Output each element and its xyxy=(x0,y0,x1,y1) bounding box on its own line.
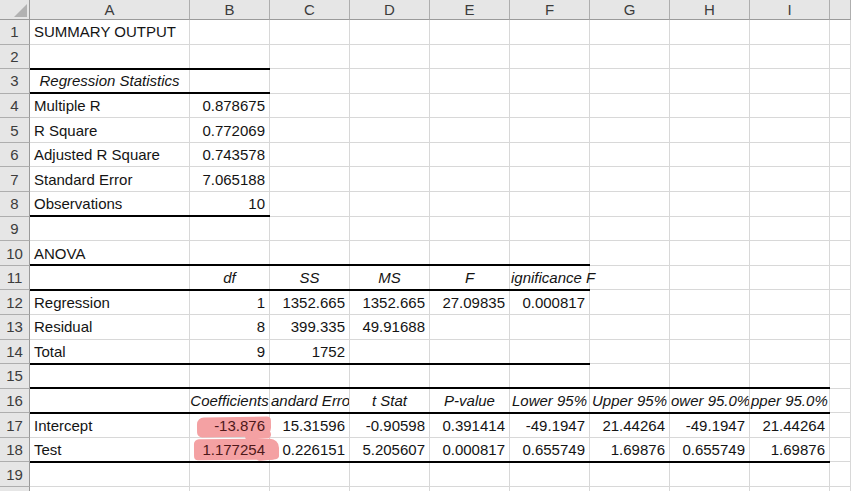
cell-C18[interactable]: 0.226151 xyxy=(270,438,350,463)
row-header-extra[interactable] xyxy=(0,487,30,491)
cell-E19[interactable] xyxy=(430,462,510,487)
cell-G12[interactable] xyxy=(590,290,670,315)
cell-A19[interactable] xyxy=(30,462,190,487)
cell-B3[interactable] xyxy=(190,69,270,94)
cell-D6[interactable] xyxy=(350,143,430,168)
row-header-10[interactable]: 10 xyxy=(0,241,30,266)
cell-H4[interactable] xyxy=(670,94,750,119)
row-header-15[interactable]: 15 xyxy=(0,364,30,389)
cell-C20[interactable] xyxy=(270,487,350,491)
cell-F15[interactable] xyxy=(510,364,590,389)
cell-extra14[interactable] xyxy=(830,340,851,365)
cell-G2[interactable] xyxy=(590,45,670,70)
cell-A9[interactable] xyxy=(30,217,190,242)
cell-C4[interactable] xyxy=(270,94,350,119)
cell-A15[interactable] xyxy=(30,364,190,389)
cell-extra6[interactable] xyxy=(830,143,851,168)
cell-H2[interactable] xyxy=(670,45,750,70)
cell-H14[interactable] xyxy=(670,340,750,365)
cell-A5[interactable]: R Square xyxy=(30,118,190,143)
cell-B12[interactable]: 1 xyxy=(190,290,270,315)
cell-D12[interactable]: 1352.665 xyxy=(350,290,430,315)
cell-H12[interactable] xyxy=(670,290,750,315)
cell-G4[interactable] xyxy=(590,94,670,119)
cell-D10[interactable] xyxy=(350,241,430,266)
cell-G1[interactable] xyxy=(590,20,670,45)
cell-G19[interactable] xyxy=(590,462,670,487)
cell-D7[interactable] xyxy=(350,167,430,192)
cell-H7[interactable] xyxy=(670,167,750,192)
cell-D13[interactable]: 49.91688 xyxy=(350,315,430,340)
cell-G18[interactable]: 1.69876 xyxy=(590,438,670,463)
cell-B4[interactable]: 0.878675 xyxy=(190,94,270,119)
cell-extra8[interactable] xyxy=(830,192,851,217)
row-header-2[interactable]: 2 xyxy=(0,45,30,70)
column-header-I[interactable]: I xyxy=(750,0,830,20)
cell-G15[interactable] xyxy=(590,364,670,389)
cell-D5[interactable] xyxy=(350,118,430,143)
cell-C2[interactable] xyxy=(270,45,350,70)
cell-B1[interactable] xyxy=(190,20,270,45)
cell-E4[interactable] xyxy=(430,94,510,119)
column-header-A[interactable]: A xyxy=(30,0,190,20)
cell-I17[interactable]: 21.44264 xyxy=(750,413,830,438)
cell-E18[interactable]: 0.000817 xyxy=(430,438,510,463)
cell-G14[interactable] xyxy=(590,340,670,365)
cell-D9[interactable] xyxy=(350,217,430,242)
cell-B5[interactable]: 0.772069 xyxy=(190,118,270,143)
cell-A4[interactable]: Multiple R xyxy=(30,94,190,119)
cell-extra20[interactable] xyxy=(830,487,851,491)
cell-A17[interactable]: Intercept xyxy=(30,413,190,438)
cell-B13[interactable]: 8 xyxy=(190,315,270,340)
cell-B6[interactable]: 0.743578 xyxy=(190,143,270,168)
cell-C8[interactable] xyxy=(270,192,350,217)
cell-I14[interactable] xyxy=(750,340,830,365)
cell-F18[interactable]: 0.655749 xyxy=(510,438,590,463)
cell-E5[interactable] xyxy=(430,118,510,143)
cell-A2[interactable] xyxy=(30,45,190,70)
cell-F20[interactable] xyxy=(510,487,590,491)
cell-C1[interactable] xyxy=(270,20,350,45)
cell-F19[interactable] xyxy=(510,462,590,487)
row-header-4[interactable]: 4 xyxy=(0,94,30,119)
cell-G13[interactable] xyxy=(590,315,670,340)
cell-H19[interactable] xyxy=(670,462,750,487)
cell-E16[interactable]: P-value xyxy=(430,389,510,414)
cell-D3[interactable] xyxy=(350,69,430,94)
cell-C12[interactable]: 1352.665 xyxy=(270,290,350,315)
row-header-11[interactable]: 11 xyxy=(0,266,30,291)
cell-I5[interactable] xyxy=(750,118,830,143)
cell-E13[interactable] xyxy=(430,315,510,340)
cell-B7[interactable]: 7.065188 xyxy=(190,167,270,192)
cell-C19[interactable] xyxy=(270,462,350,487)
cell-D15[interactable] xyxy=(350,364,430,389)
cell-I8[interactable] xyxy=(750,192,830,217)
cell-extra18[interactable] xyxy=(830,438,851,463)
cell-H17[interactable]: -49.1947 xyxy=(670,413,750,438)
cell-C5[interactable] xyxy=(270,118,350,143)
cell-D4[interactable] xyxy=(350,94,430,119)
cell-extra5[interactable] xyxy=(830,118,851,143)
cell-B15[interactable] xyxy=(190,364,270,389)
cell-extra4[interactable] xyxy=(830,94,851,119)
cell-D18[interactable]: 5.205607 xyxy=(350,438,430,463)
row-header-5[interactable]: 5 xyxy=(0,118,30,143)
row-header-18[interactable]: 18 xyxy=(0,438,30,463)
cell-E11[interactable]: F xyxy=(430,266,510,291)
row-header-14[interactable]: 14 xyxy=(0,340,30,365)
cell-A16[interactable] xyxy=(30,389,190,414)
cell-F8[interactable] xyxy=(510,192,590,217)
column-header-B[interactable]: B xyxy=(190,0,270,20)
cell-F6[interactable] xyxy=(510,143,590,168)
cell-A14[interactable]: Total xyxy=(30,340,190,365)
cell-H1[interactable] xyxy=(670,20,750,45)
cell-H11[interactable] xyxy=(670,266,750,291)
cell-I4[interactable] xyxy=(750,94,830,119)
cell-F5[interactable] xyxy=(510,118,590,143)
cell-I12[interactable] xyxy=(750,290,830,315)
cell-C11[interactable]: SS xyxy=(270,266,350,291)
cell-F11[interactable]: ignificance F xyxy=(510,266,590,291)
row-header-8[interactable]: 8 xyxy=(0,192,30,217)
cell-D8[interactable] xyxy=(350,192,430,217)
cell-E20[interactable] xyxy=(430,487,510,491)
